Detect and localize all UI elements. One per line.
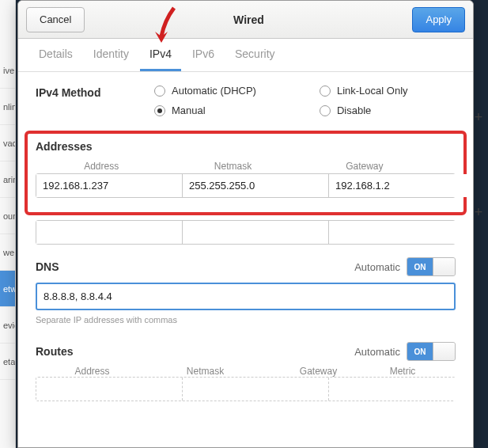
radio-label: Link-Local Only (337, 85, 408, 97)
bg-item: etail (0, 344, 15, 380)
routes-header: Routes Automatic ON (36, 342, 456, 361)
tab-ipv4[interactable]: IPv4 (140, 39, 181, 71)
radio-icon (154, 105, 165, 116)
tab-bar: Details Identity IPv4 IPv6 Security (18, 39, 473, 72)
addresses-headers: Address Netmask Gateway (36, 161, 456, 172)
background-right: + + (472, 0, 486, 448)
apply-button[interactable]: Apply (412, 7, 465, 32)
ipv4-method-row: IPv4 Method Automatic (DHCP) Manual (36, 85, 456, 116)
routes-auto-switch[interactable]: ON (407, 342, 456, 361)
radio-icon (320, 85, 331, 97)
tab-security[interactable]: Security (225, 39, 285, 71)
radio-linklocal[interactable]: Link-Local Only (320, 85, 408, 97)
routes-title: Routes (36, 345, 354, 358)
plus-icon: + (472, 206, 485, 218)
dialog-title: Wired (85, 13, 412, 26)
radio-label: Disable (337, 104, 371, 116)
connection-dialog: Cancel Wired Apply Details Identity IPv4… (17, 0, 474, 448)
route-row-empty: ✕ (36, 377, 456, 401)
header-gateway: Gateway (299, 161, 430, 172)
bg-item: ive (0, 52, 15, 89)
tab-content: IPv4 Method Automatic (DHCP) Manual (18, 72, 473, 447)
tab-identity[interactable]: Identity (84, 39, 138, 71)
dns-auto-label: Automatic (354, 261, 400, 273)
bg-item: nlin (0, 89, 15, 125)
dns-auto-switch[interactable]: ON (407, 257, 456, 276)
routes-headers: Address Netmask Gateway Metric (36, 366, 456, 377)
header-netmask: Netmask (149, 366, 262, 377)
header-metric: Metric (375, 366, 430, 377)
dns-hint: Separate IP addresses with commas (36, 315, 456, 325)
bg-item: oun (0, 198, 15, 234)
radio-label: Manual (172, 104, 206, 116)
address-row: ✕ (36, 173, 456, 198)
gateway-input[interactable] (329, 174, 473, 197)
routes-auto-label: Automatic (354, 346, 400, 358)
header-netmask: Netmask (167, 161, 298, 172)
address-row-empty: ✕ (36, 220, 456, 245)
switch-knob (433, 343, 455, 360)
netmask-input[interactable] (183, 221, 329, 244)
dns-input[interactable] (36, 283, 456, 310)
radio-manual[interactable]: Manual (154, 104, 256, 116)
header-gateway: Gateway (262, 366, 375, 377)
addresses-title: Addresses (36, 140, 456, 153)
dns-header: DNS Automatic ON (36, 257, 456, 276)
header-address: Address (36, 366, 149, 377)
bg-item: evic (0, 307, 15, 344)
dns-title: DNS (36, 260, 354, 273)
address-input[interactable] (36, 174, 183, 197)
ipv4-method-label: IPv4 Method (36, 85, 154, 99)
bg-item: vac (0, 125, 15, 161)
bg-item: arin (0, 161, 15, 198)
addresses-highlight: Addresses Address Netmask Gateway ✕ (25, 131, 467, 215)
tab-details[interactable]: Details (29, 39, 82, 71)
bg-item: we (0, 234, 15, 271)
header-address: Address (36, 161, 167, 172)
route-address-input[interactable] (36, 378, 183, 401)
cancel-button[interactable]: Cancel (26, 7, 85, 32)
radio-icon (154, 85, 165, 97)
radio-icon (320, 105, 331, 116)
titlebar: Cancel Wired Apply (18, 1, 473, 39)
gateway-input[interactable] (329, 221, 473, 244)
switch-knob (433, 258, 455, 275)
route-netmask-input[interactable] (183, 378, 329, 401)
background-sidebar: ive nlin vac arin oun we etw evic etail (0, 0, 16, 448)
route-gateway-input[interactable] (329, 378, 473, 401)
switch-on-label: ON (407, 258, 433, 275)
address-input[interactable] (36, 221, 183, 244)
bg-item: etw (0, 271, 15, 307)
tab-ipv6[interactable]: IPv6 (183, 39, 224, 71)
radio-automatic[interactable]: Automatic (DHCP) (154, 85, 256, 97)
radio-label: Automatic (DHCP) (172, 85, 256, 97)
netmask-input[interactable] (183, 174, 329, 197)
plus-icon: + (472, 111, 485, 123)
switch-on-label: ON (407, 343, 433, 360)
radio-disable[interactable]: Disable (320, 104, 408, 116)
